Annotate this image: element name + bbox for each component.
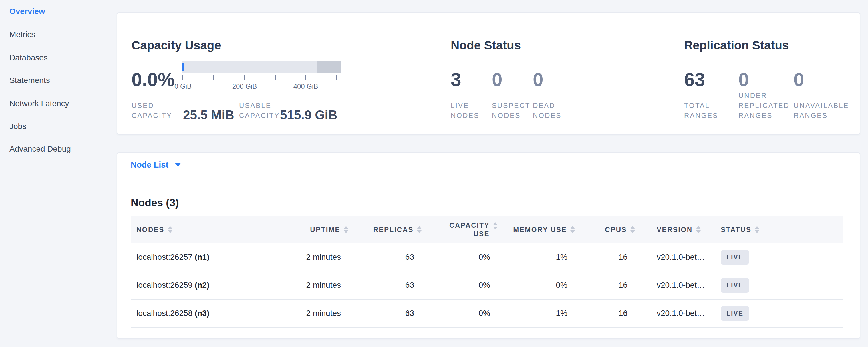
total-ranges-label: TOTAL RANGES <box>684 100 720 120</box>
capacity-gauge-bar <box>183 61 341 73</box>
node-address-link[interactable]: localhost:26257 (n1) <box>131 253 283 262</box>
node-id: (n3) <box>195 309 209 318</box>
sort-icon <box>493 222 498 229</box>
nodes-table: NODES UPTIME REPLICAS CAPACITY USE MEMOR… <box>131 216 843 327</box>
column-header-label: STATUS <box>721 226 751 234</box>
under-replicated-ranges-label: UNDER-REPLICATED RANGES <box>739 90 792 120</box>
capacity-gauge-used-segment <box>183 63 184 71</box>
status-badge: LIVE <box>721 306 749 321</box>
node-list-card: Node List Nodes (3) NODES UPTIME REPLICA… <box>117 153 860 339</box>
node-id: (n1) <box>195 253 209 262</box>
sidebar-item-metrics[interactable]: Metrics <box>9 30 35 39</box>
capacity-use-cell: 0% <box>422 253 498 262</box>
column-header-label: NODES <box>136 226 164 234</box>
node-address-link[interactable]: localhost:26259 (n2) <box>131 281 283 290</box>
table-row-node-1: localhost:26257 (n1) 2 minutes 63 0% 1% … <box>131 244 843 272</box>
node-address-link[interactable]: localhost:26258 (n3) <box>131 309 283 318</box>
sidebar-item-statements[interactable]: Statements <box>9 76 50 85</box>
sort-icon <box>755 226 759 233</box>
unavailable-ranges-label: UNAVAILABLE RANGES <box>794 100 855 120</box>
total-ranges-count: 63 <box>684 70 705 89</box>
column-header-capacity-use[interactable]: CAPACITY USE <box>422 221 498 238</box>
uptime-cell: 2 minutes <box>283 253 348 262</box>
node-list-dropdown-label: Node List <box>131 160 168 170</box>
column-header-replicas[interactable]: REPLICAS <box>348 226 422 234</box>
replicas-cell: 63 <box>348 309 422 318</box>
sidebar-item-overview[interactable]: Overview <box>9 7 45 16</box>
dead-nodes-count: 0 <box>533 70 544 89</box>
capacity-usage-title: Capacity Usage <box>131 39 221 52</box>
node-address: localhost:26258 <box>136 309 192 318</box>
column-header-label: VERSION <box>657 226 693 234</box>
capacity-usage-section: Capacity Usage 0.0% 0 GiB 200 GiB 400 Gi… <box>117 13 449 135</box>
replication-status-section: Replication Status 63 0 0 TOTAL RANGES U… <box>684 13 861 135</box>
cpus-cell: 16 <box>575 253 635 262</box>
node-list-dropdown[interactable]: Node List <box>117 153 860 177</box>
capacity-use-cell: 0% <box>422 281 498 290</box>
column-header-label: REPLICAS <box>373 226 413 234</box>
sidebar: Overview Metrics Databases Statements Ne… <box>0 0 117 347</box>
sidebar-item-jobs[interactable]: Jobs <box>9 122 26 131</box>
sidebar-item-network-latency[interactable]: Network Latency <box>9 99 69 108</box>
node-address: localhost:26257 <box>136 253 192 262</box>
column-header-status[interactable]: STATUS <box>718 226 843 234</box>
under-replicated-ranges-count: 0 <box>739 70 749 89</box>
status-cell: LIVE <box>718 306 843 321</box>
axis-tick-label: 400 GiB <box>293 83 318 90</box>
node-id: (n2) <box>195 281 209 290</box>
version-cell: v20.1.0-bet… <box>635 253 718 262</box>
sort-icon <box>417 226 422 233</box>
node-address: localhost:26259 <box>136 281 192 290</box>
status-badge: LIVE <box>721 278 749 293</box>
sidebar-item-databases[interactable]: Databases <box>9 53 48 62</box>
sort-icon <box>570 226 575 233</box>
column-header-label: CPUS <box>605 226 627 234</box>
usable-capacity-label: USABLE CAPACITY <box>239 100 281 120</box>
axis-tick <box>275 75 276 80</box>
capacity-gauge-axis <box>183 75 341 80</box>
axis-tick <box>244 75 245 80</box>
column-header-cpus[interactable]: CPUS <box>575 226 635 234</box>
column-header-label: MEMORY USE <box>513 226 567 234</box>
suspect-nodes-count: 0 <box>492 70 502 89</box>
used-capacity-label: USED CAPACITY <box>131 100 170 120</box>
column-header-version[interactable]: VERSION <box>635 226 718 234</box>
axis-tick <box>336 75 337 80</box>
unavailable-ranges-count: 0 <box>794 70 804 89</box>
sidebar-item-advanced-debug[interactable]: Advanced Debug <box>9 145 71 154</box>
sort-icon <box>696 226 701 233</box>
replicas-cell: 63 <box>348 253 422 262</box>
column-header-label: CAPACITY USE <box>441 221 490 238</box>
memory-use-cell: 0% <box>498 281 575 290</box>
column-header-uptime[interactable]: UPTIME <box>283 226 348 234</box>
uptime-cell: 2 minutes <box>283 309 348 318</box>
status-badge: LIVE <box>721 250 749 264</box>
axis-tick <box>183 75 183 80</box>
cpus-cell: 16 <box>575 281 635 290</box>
sort-icon <box>630 226 635 233</box>
usable-capacity-value: 515.9 GiB <box>280 108 338 122</box>
suspect-nodes-label: SUSPECT NODES <box>492 100 530 120</box>
memory-use-cell: 1% <box>498 309 575 318</box>
axis-tick-label: 0 GiB <box>175 83 192 90</box>
node-status-title: Node Status <box>451 39 521 52</box>
axis-tick-label: 200 GiB <box>232 83 257 90</box>
node-status-section: Node Status 3 0 0 LIVE NODES SUSPECT NOD… <box>451 13 680 135</box>
used-capacity-value: 25.5 MiB <box>183 108 234 122</box>
status-cell: LIVE <box>718 278 843 293</box>
status-cell: LIVE <box>718 250 843 264</box>
column-header-nodes[interactable]: NODES <box>131 226 283 234</box>
axis-tick <box>305 75 306 80</box>
cluster-summary-card: Capacity Usage 0.0% 0 GiB 200 GiB 400 Gi… <box>117 12 860 135</box>
sort-icon <box>344 226 348 233</box>
nodes-table-header: NODES UPTIME REPLICAS CAPACITY USE MEMOR… <box>131 216 843 244</box>
column-header-memory-use[interactable]: MEMORY USE <box>498 226 575 234</box>
replicas-cell: 63 <box>348 281 422 290</box>
memory-use-cell: 1% <box>498 253 575 262</box>
version-cell: v20.1.0-bet… <box>635 281 718 290</box>
dead-nodes-label: DEAD NODES <box>533 100 564 120</box>
sort-icon <box>168 226 173 233</box>
axis-tick <box>213 75 214 80</box>
version-cell: v20.1.0-bet… <box>635 309 718 318</box>
capacity-used-percent: 0.0% <box>131 70 175 89</box>
